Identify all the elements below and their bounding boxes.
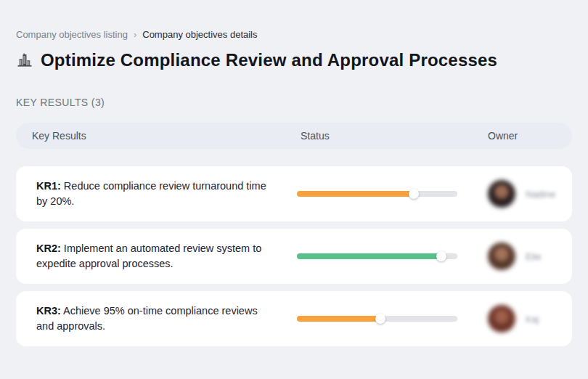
title-row: Optimize Compliance Review and Approval … [16, 50, 572, 70]
key-result-row[interactable]: KR2: Implement an automated review syste… [16, 229, 572, 284]
breadcrumb-item-details: Company objectives details [142, 29, 257, 40]
progress-fill [297, 191, 414, 197]
progress-thumb[interactable] [375, 314, 385, 324]
chevron-right-icon: › [134, 30, 136, 39]
key-result-description: Implement an automated review system to … [36, 243, 261, 269]
owner-avatar [488, 180, 515, 208]
key-result-text: KR2: Implement an automated review syste… [16, 241, 297, 272]
key-result-id: KR1: [36, 180, 61, 192]
key-result-id: KR3: [36, 305, 61, 317]
column-header-key-results: Key Results [16, 130, 297, 142]
objective-details-page: Company objectives listing › Company obj… [0, 0, 588, 346]
key-result-text: KR1: Reduce compliance review turnaround… [16, 179, 297, 209]
progress-thumb[interactable] [436, 251, 446, 261]
progress-fill [297, 253, 441, 259]
progress-slider [297, 314, 457, 324]
buildings-icon [16, 52, 33, 69]
key-result-row[interactable]: KR1: Reduce compliance review turnaround… [16, 166, 572, 221]
table-header: Key Results Status Owner [16, 123, 572, 149]
key-result-id: KR2: [36, 243, 61, 254]
progress-thumb[interactable] [409, 189, 419, 199]
key-results-section-label: KEY RESULTS (3) [16, 97, 572, 108]
progress-fill [297, 316, 380, 322]
column-header-owner: Owner [488, 130, 572, 142]
key-results-list: KR1: Reduce compliance review turnaround… [16, 166, 572, 346]
breadcrumb: Company objectives listing › Company obj… [16, 29, 572, 40]
owner-cell: Elie [488, 243, 572, 270]
owner-avatar [488, 305, 515, 333]
breadcrumb-item-listing[interactable]: Company objectives listing [16, 29, 128, 40]
progress-slider [297, 189, 457, 199]
key-result-row[interactable]: KR3: Achieve 95% on-time compliance revi… [16, 291, 572, 346]
key-result-description: Reduce compliance review turnaround time… [36, 180, 266, 207]
owner-name: Iraj [526, 314, 539, 325]
owner-cell: Iraj [488, 305, 572, 333]
owner-name: Elie [526, 251, 542, 262]
key-result-description: Achieve 95% on-time compliance reviews a… [36, 305, 258, 332]
page-title: Optimize Compliance Review and Approval … [41, 50, 497, 70]
owner-avatar [488, 243, 515, 270]
owner-name: Nadine [526, 189, 555, 200]
key-result-text: KR3: Achieve 95% on-time compliance revi… [16, 303, 297, 334]
column-header-status: Status [297, 130, 488, 142]
progress-slider [297, 251, 457, 261]
owner-cell: Nadine [488, 180, 572, 208]
